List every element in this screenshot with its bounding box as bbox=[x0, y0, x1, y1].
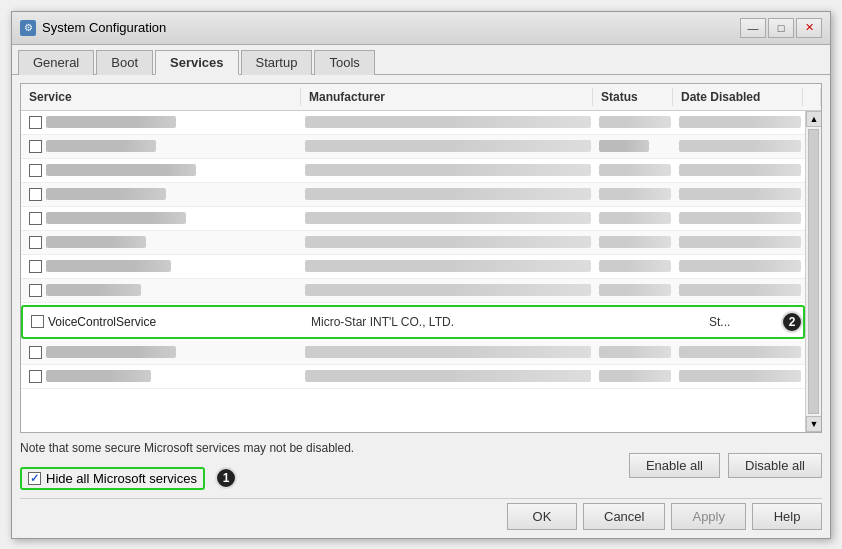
titlebar: ⚙ System Configuration — □ ✕ bbox=[12, 12, 830, 45]
apply-button[interactable]: Apply bbox=[671, 503, 746, 530]
content-area: Service Manufacturer Status Date Disable… bbox=[12, 75, 830, 538]
cell-manufacturer bbox=[305, 370, 591, 382]
hide-ms-checkbox[interactable]: ✓ bbox=[28, 472, 41, 485]
scrollbar[interactable]: ▲ ▼ bbox=[805, 111, 821, 432]
cell-date bbox=[679, 284, 801, 296]
cell-date bbox=[679, 188, 801, 200]
row-checkbox[interactable] bbox=[29, 370, 42, 383]
cell-manufacturer bbox=[305, 260, 591, 272]
window-title: System Configuration bbox=[42, 20, 166, 35]
cell-date bbox=[679, 236, 801, 248]
close-button[interactable]: ✕ bbox=[796, 18, 822, 38]
row-checkbox[interactable] bbox=[29, 212, 42, 225]
cell-status bbox=[599, 212, 671, 224]
row-checkbox-cell bbox=[21, 114, 301, 131]
row-checkbox-cell bbox=[21, 258, 301, 275]
row-checkbox[interactable] bbox=[29, 346, 42, 359]
service-name: VoiceControlService bbox=[48, 315, 156, 329]
row-checkbox-cell bbox=[21, 210, 301, 227]
cell-date bbox=[679, 116, 801, 128]
cell-manufacturer bbox=[305, 164, 591, 176]
row-checkbox-cell bbox=[21, 162, 301, 179]
cell-manufacturer bbox=[305, 236, 591, 248]
row-checkbox[interactable] bbox=[29, 140, 42, 153]
services-table: Service Manufacturer Status Date Disable… bbox=[20, 83, 822, 433]
cancel-button[interactable]: Cancel bbox=[583, 503, 665, 530]
hide-ms-services-label[interactable]: ✓ Hide all Microsoft services bbox=[20, 467, 205, 490]
left-bottom: Note that some secure Microsoft services… bbox=[20, 441, 354, 490]
cell-status bbox=[599, 346, 671, 358]
titlebar-controls: — □ ✕ bbox=[740, 18, 822, 38]
tab-startup[interactable]: Startup bbox=[241, 50, 313, 75]
row-checkbox-cell bbox=[21, 368, 301, 385]
scroll-up-button[interactable]: ▲ bbox=[806, 111, 821, 127]
cell-manufacturer bbox=[305, 116, 591, 128]
tab-boot[interactable]: Boot bbox=[96, 50, 153, 75]
row-checkbox-cell bbox=[21, 234, 301, 251]
bottom-section: Note that some secure Microsoft services… bbox=[20, 433, 822, 530]
tab-tools[interactable]: Tools bbox=[314, 50, 374, 75]
table-body[interactable]: VoiceControlService Micro-Star INT'L CO.… bbox=[21, 111, 805, 432]
hide-ms-row: ✓ Hide all Microsoft services 1 bbox=[20, 467, 354, 490]
table-row[interactable] bbox=[21, 231, 805, 255]
row-checkbox[interactable] bbox=[29, 260, 42, 273]
minimize-button[interactable]: — bbox=[740, 18, 766, 38]
cell-manufacturer bbox=[305, 284, 591, 296]
cell-status bbox=[599, 260, 671, 272]
row-checkbox-cell bbox=[21, 138, 301, 155]
col-date-disabled: Date Disabled bbox=[673, 88, 803, 106]
tab-services[interactable]: Services bbox=[155, 50, 239, 75]
titlebar-left: ⚙ System Configuration bbox=[20, 20, 166, 36]
cell-date bbox=[679, 164, 801, 176]
table-row[interactable] bbox=[21, 207, 805, 231]
tab-bar: General Boot Services Startup Tools bbox=[12, 45, 830, 75]
table-header: Service Manufacturer Status Date Disable… bbox=[21, 84, 821, 111]
row-checkbox[interactable] bbox=[29, 284, 42, 297]
row-checkbox[interactable] bbox=[29, 188, 42, 201]
table-row[interactable] bbox=[21, 111, 805, 135]
step-1-badge: 1 bbox=[215, 467, 237, 489]
cell-status bbox=[599, 236, 671, 248]
cell-date bbox=[679, 370, 801, 382]
row-checkbox-cell bbox=[21, 344, 301, 361]
cell-manufacturer bbox=[305, 346, 591, 358]
row-checkbox[interactable] bbox=[31, 315, 44, 328]
voice-control-service-row[interactable]: VoiceControlService Micro-Star INT'L CO.… bbox=[21, 305, 805, 339]
col-service: Service bbox=[21, 88, 301, 106]
cell-status bbox=[599, 116, 671, 128]
badge-2: 2 bbox=[781, 311, 803, 333]
window-icon: ⚙ bbox=[20, 20, 36, 36]
table-row[interactable] bbox=[21, 135, 805, 159]
disable-all-button[interactable]: Disable all bbox=[728, 453, 822, 478]
cell-status bbox=[599, 370, 671, 382]
scrollbar-thumb[interactable] bbox=[808, 129, 819, 414]
row-checkbox-cell bbox=[21, 282, 301, 299]
table-row[interactable] bbox=[21, 255, 805, 279]
table-row[interactable] bbox=[21, 365, 805, 389]
table-row[interactable] bbox=[21, 341, 805, 365]
row-checkbox[interactable] bbox=[29, 236, 42, 249]
enable-all-button[interactable]: Enable all bbox=[629, 453, 720, 478]
cell-manufacturer bbox=[305, 212, 591, 224]
system-config-window: ⚙ System Configuration — □ ✕ General Boo… bbox=[11, 11, 831, 539]
table-row[interactable] bbox=[21, 279, 805, 303]
cell-date bbox=[679, 260, 801, 272]
row-checkbox[interactable] bbox=[29, 116, 42, 129]
cell-date bbox=[679, 346, 801, 358]
cell-status: St... bbox=[701, 315, 781, 329]
row-checkbox[interactable] bbox=[29, 164, 42, 177]
checkmark-icon: ✓ bbox=[30, 472, 39, 485]
table-row[interactable] bbox=[21, 183, 805, 207]
cell-manufacturer bbox=[305, 188, 591, 200]
cell-status bbox=[599, 284, 671, 296]
cell-status bbox=[599, 164, 671, 176]
table-row[interactable] bbox=[21, 159, 805, 183]
col-manufacturer: Manufacturer bbox=[301, 88, 593, 106]
note-text: Note that some secure Microsoft services… bbox=[20, 441, 354, 455]
ok-button[interactable]: OK bbox=[507, 503, 577, 530]
tab-general[interactable]: General bbox=[18, 50, 94, 75]
maximize-button[interactable]: □ bbox=[768, 18, 794, 38]
help-button[interactable]: Help bbox=[752, 503, 822, 530]
cell-manufacturer bbox=[305, 140, 591, 152]
scroll-down-button[interactable]: ▼ bbox=[806, 416, 821, 432]
